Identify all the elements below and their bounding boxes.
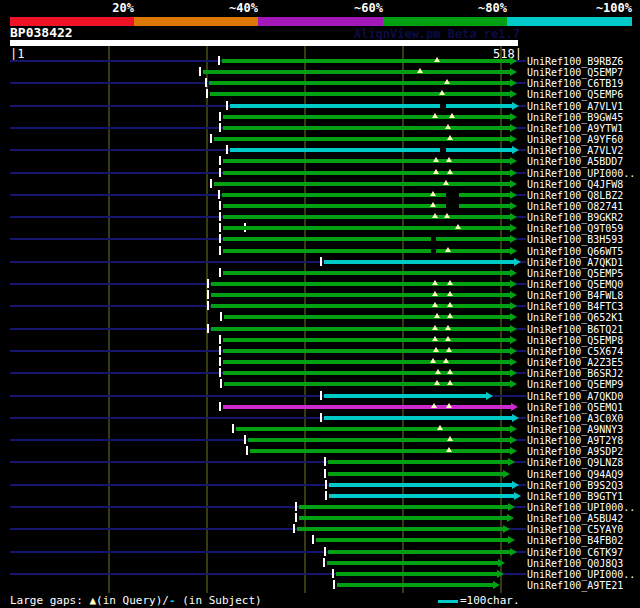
- hit-label[interactable]: UniRef100_Q652K1: [527, 312, 623, 323]
- hit-label[interactable]: UniRef100_A3C0X0: [527, 413, 623, 424]
- hit-label[interactable]: UniRef100_B9GKR2: [527, 212, 623, 223]
- hit-label[interactable]: UniRef100_Q5EMP8: [527, 335, 623, 346]
- hit-bar[interactable]: [236, 427, 510, 431]
- hit-label[interactable]: UniRef100_Q5EMP6: [527, 89, 623, 100]
- hit-label[interactable]: UniRef100_B6TQ21: [527, 324, 623, 335]
- hit-label[interactable]: UniRef100_A2Z3E5: [527, 357, 623, 368]
- hit-label[interactable]: UniRef100_O82741: [527, 201, 623, 212]
- hit-label[interactable]: UniRef100_A5BU42: [527, 513, 623, 524]
- query-gap-triangle-icon: [434, 380, 440, 385]
- hit-bar[interactable]: [223, 171, 510, 175]
- hit-label[interactable]: UniRef100_B3H593: [527, 234, 623, 245]
- hit-label[interactable]: UniRef100_B6SRJ2: [527, 368, 623, 379]
- hit-start-tick: [219, 246, 221, 255]
- hit-bar[interactable]: [223, 159, 510, 163]
- hit-bar[interactable]: [203, 70, 510, 74]
- hit-label[interactable]: UniRef100_B9GTY1: [527, 491, 623, 502]
- hit-label[interactable]: UniRef100_Q66WT5: [527, 246, 623, 257]
- hit-label[interactable]: UniRef100_UPI000..: [527, 502, 635, 513]
- hit-label[interactable]: UniRef100_Q5EMQ1: [527, 402, 623, 413]
- hit-label[interactable]: UniRef100_Q4JFW8: [527, 179, 623, 190]
- hit-bar[interactable]: [328, 472, 503, 476]
- hit-label[interactable]: UniRef100_A7QKD0: [527, 391, 623, 402]
- hit-label[interactable]: UniRef100_B4FWL8: [527, 290, 623, 301]
- hit-bar[interactable]: [210, 92, 510, 96]
- hit-bar[interactable]: [223, 204, 510, 208]
- hit-label[interactable]: UniRef100_A9YF60: [527, 134, 623, 145]
- hit-label[interactable]: UniRef100_A7VLV1: [527, 101, 623, 112]
- hit-bar[interactable]: [328, 550, 510, 554]
- hit-label[interactable]: UniRef100_Q8LBZ2: [527, 190, 623, 201]
- hit-bar[interactable]: [327, 561, 498, 565]
- hit-bar[interactable]: [324, 260, 514, 264]
- hit-bar[interactable]: [211, 327, 510, 331]
- hit-bar[interactable]: [223, 215, 510, 219]
- hit-bar[interactable]: [230, 104, 512, 108]
- hit-label[interactable]: UniRef100_UPI000..: [527, 569, 635, 580]
- hit-bar[interactable]: [299, 505, 508, 509]
- hit-bar[interactable]: [230, 148, 512, 152]
- hit-bar[interactable]: [224, 382, 510, 386]
- hit-bar[interactable]: [214, 182, 510, 186]
- hit-bar[interactable]: [224, 315, 510, 319]
- hit-label[interactable]: UniRef100_Q94AQ9: [527, 469, 623, 480]
- hit-bar[interactable]: [214, 137, 510, 141]
- hit-bar[interactable]: [316, 538, 508, 542]
- hit-bar[interactable]: [223, 371, 510, 375]
- hit-bar[interactable]: [223, 271, 510, 275]
- hit-label[interactable]: UniRef100_B4FB02: [527, 535, 623, 546]
- hit-bar[interactable]: [222, 193, 510, 197]
- hit-label[interactable]: UniRef100_A9TE21: [527, 580, 623, 591]
- hit-bar[interactable]: [223, 338, 510, 342]
- hit-bar[interactable]: [328, 460, 508, 464]
- hit-label[interactable]: UniRef100_B4FTC3: [527, 301, 623, 312]
- hit-label[interactable]: UniRef100_C6TK97: [527, 547, 623, 558]
- hit-label[interactable]: UniRef100_Q5EMQ0: [527, 279, 623, 290]
- hit-label[interactable]: UniRef100_Q5EMP9: [527, 379, 623, 390]
- hit-bar[interactable]: [223, 349, 510, 353]
- hit-bar[interactable]: [250, 449, 510, 453]
- hit-bar[interactable]: [324, 416, 512, 420]
- hit-label[interactable]: UniRef100_A9NNY3: [527, 424, 623, 435]
- hit-label[interactable]: UniRef100_A9T2Y8: [527, 435, 623, 446]
- hit-bar[interactable]: [324, 394, 486, 398]
- hit-bar[interactable]: [337, 583, 493, 587]
- hit-start-tick: [205, 78, 207, 87]
- hit-label[interactable]: UniRef100_C5YAY0: [527, 524, 623, 535]
- hit-label[interactable]: UniRef100_UPI000..: [527, 168, 635, 179]
- hit-bar[interactable]: [223, 115, 510, 119]
- hit-bar[interactable]: [223, 405, 511, 409]
- hit-bar[interactable]: [211, 282, 510, 286]
- hit-bar[interactable]: [209, 81, 510, 85]
- hit-bar[interactable]: [329, 494, 514, 498]
- hit-label[interactable]: UniRef100_A9YTW1: [527, 123, 623, 134]
- hit-start-tick: [219, 234, 221, 243]
- hit-label[interactable]: UniRef100_B9GW45: [527, 112, 623, 123]
- hit-label[interactable]: UniRef100_A7QKD1: [527, 257, 623, 268]
- hit-label[interactable]: UniRef100_Q5EMP5: [527, 268, 623, 279]
- hit-bar[interactable]: [211, 293, 510, 297]
- hit-bar[interactable]: [248, 438, 510, 442]
- hit-label[interactable]: UniRef100_A9SDP2: [527, 446, 623, 457]
- hit-label[interactable]: UniRef100_B9RBZ6: [527, 56, 623, 67]
- hit-bar[interactable]: [223, 126, 510, 130]
- hit-bar[interactable]: [223, 360, 510, 364]
- hit-bar[interactable]: [222, 59, 510, 63]
- hit-label[interactable]: UniRef100_Q0J8Q3: [527, 558, 623, 569]
- hit-label[interactable]: UniRef100_B9S2Q3: [527, 480, 623, 491]
- hit-label[interactable]: UniRef100_A7VLV2: [527, 145, 623, 156]
- hit-bar[interactable]: [297, 527, 503, 531]
- hit-bar[interactable]: [223, 237, 510, 241]
- hit-bar[interactable]: [223, 249, 510, 253]
- hit-bar[interactable]: [329, 483, 512, 487]
- hit-label[interactable]: UniRef100_C5X674: [527, 346, 623, 357]
- hit-label[interactable]: UniRef100_Q9T059: [527, 223, 623, 234]
- hit-label[interactable]: UniRef100_Q5EMP7: [527, 67, 623, 78]
- hit-label[interactable]: UniRef100_Q9LNZ8: [527, 457, 623, 468]
- hit-label[interactable]: UniRef100_A5BDD7: [527, 156, 623, 167]
- hit-label[interactable]: UniRef100_C6TB19: [527, 78, 623, 89]
- hit-bar[interactable]: [299, 516, 507, 520]
- hit-bar[interactable]: [336, 572, 497, 576]
- hit-bar[interactable]: [211, 304, 510, 308]
- hit-bar[interactable]: [223, 226, 510, 230]
